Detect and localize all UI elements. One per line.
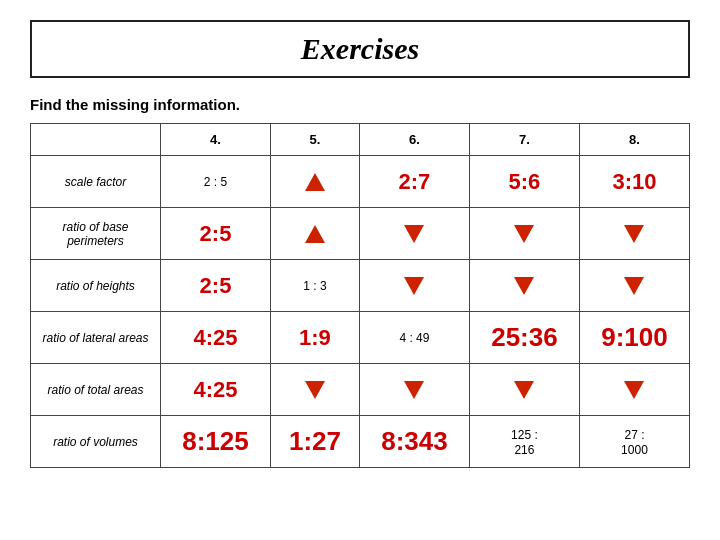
cell-v-7: 125 :216: [469, 416, 579, 468]
cell-h-6: [359, 260, 469, 312]
cell-bp-4: 2:5: [161, 208, 271, 260]
page-title: Exercises: [32, 32, 688, 66]
cell-la-8: 9:100: [579, 312, 689, 364]
table-row: ratio of lateral areas 4:25 1:9 4 : 49 2…: [31, 312, 690, 364]
title-box: Exercises: [30, 20, 690, 78]
header-8: 8.: [579, 124, 689, 156]
table-row: ratio of total areas 4:25: [31, 364, 690, 416]
cell-ta-5: [271, 364, 360, 416]
cell-ta-4: 4:25: [161, 364, 271, 416]
cell-la-4: 4:25: [161, 312, 271, 364]
subtitle: Find the missing information.: [30, 96, 240, 113]
arrow-down-icon: [404, 381, 424, 399]
cell-v-8: 27 :1000: [579, 416, 689, 468]
cell-bp-6: [359, 208, 469, 260]
table-row: ratio of volumes 8:125 1:27 8:343 125 :2…: [31, 416, 690, 468]
label-heights: ratio of heights: [31, 260, 161, 312]
header-5: 5.: [271, 124, 360, 156]
cell-h-5: 1 : 3: [271, 260, 360, 312]
cell-bp-7: [469, 208, 579, 260]
cell-h-8: [579, 260, 689, 312]
cell-la-5: 1:9: [271, 312, 360, 364]
arrow-up-icon: [305, 225, 325, 243]
cell-ta-6: [359, 364, 469, 416]
cell-sf-7: 5:6: [469, 156, 579, 208]
table-row: scale factor 2 : 5 2:7 5:6 3:10: [31, 156, 690, 208]
cell-v-6: 8:343: [359, 416, 469, 468]
label-volumes: ratio of volumes: [31, 416, 161, 468]
label-total-areas: ratio of total areas: [31, 364, 161, 416]
cell-sf-6: 2:7: [359, 156, 469, 208]
label-base-perimeters: ratio of base perimeters: [31, 208, 161, 260]
exercises-table: 4. 5. 6. 7. 8. scale factor 2 : 5 2:7 5:…: [30, 123, 690, 468]
header-7: 7.: [469, 124, 579, 156]
cell-bp-8: [579, 208, 689, 260]
page: Exercises Find the missing information. …: [0, 0, 720, 540]
arrow-down-icon: [514, 225, 534, 243]
cell-h-7: [469, 260, 579, 312]
cell-la-6: 4 : 49: [359, 312, 469, 364]
header-empty: [31, 124, 161, 156]
arrow-down-icon: [514, 381, 534, 399]
cell-sf-5: [271, 156, 360, 208]
cell-ta-8: [579, 364, 689, 416]
arrow-down-icon: [514, 277, 534, 295]
table-row: ratio of base perimeters 2:5: [31, 208, 690, 260]
arrow-down-icon: [305, 381, 325, 399]
cell-sf-4: 2 : 5: [161, 156, 271, 208]
cell-sf-8: 3:10: [579, 156, 689, 208]
table-row: ratio of heights 2:5 1 : 3: [31, 260, 690, 312]
cell-v-5: 1:27: [271, 416, 360, 468]
label-scale-factor: scale factor: [31, 156, 161, 208]
arrow-down-icon: [624, 381, 644, 399]
arrow-down-icon: [404, 225, 424, 243]
cell-la-7: 25:36: [469, 312, 579, 364]
cell-ta-7: [469, 364, 579, 416]
cell-bp-5: [271, 208, 360, 260]
arrow-up-icon: [305, 173, 325, 191]
header-6: 6.: [359, 124, 469, 156]
cell-v-4: 8:125: [161, 416, 271, 468]
cell-h-4: 2:5: [161, 260, 271, 312]
header-4: 4.: [161, 124, 271, 156]
arrow-down-icon: [624, 225, 644, 243]
label-lateral-areas: ratio of lateral areas: [31, 312, 161, 364]
arrow-down-icon: [404, 277, 424, 295]
table-header-row: 4. 5. 6. 7. 8.: [31, 124, 690, 156]
arrow-down-icon: [624, 277, 644, 295]
